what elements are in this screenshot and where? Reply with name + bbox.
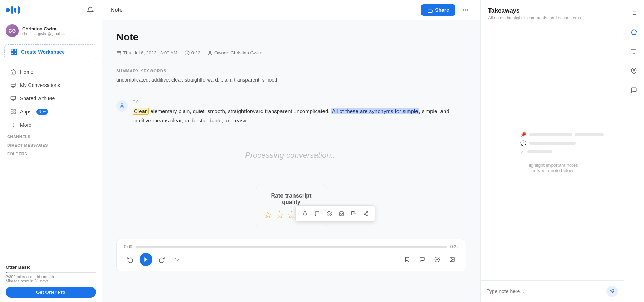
bookmark-button[interactable] <box>401 253 414 266</box>
plan-progress-fill <box>6 272 7 273</box>
page-title: Note <box>111 7 123 13</box>
play-icon <box>143 257 149 262</box>
side-location-button[interactable] <box>628 64 640 77</box>
main-content: Note Share Note Thu, Jul 6, 2023 . 3:09 … <box>102 0 480 302</box>
lock-icon <box>427 7 433 13</box>
toolbar-pin-button[interactable] <box>299 208 311 219</box>
side-text-button[interactable] <box>628 45 640 58</box>
list-icon <box>631 10 637 16</box>
takeaways-title: Takeaways <box>488 7 616 14</box>
svg-point-37 <box>366 215 368 216</box>
placeholder-row-2: 💬 <box>520 140 576 146</box>
player-comment-button[interactable] <box>416 253 429 266</box>
placeholder-lines: 📌 💬 ✓ <box>520 132 585 155</box>
logo-bar3 <box>18 6 20 14</box>
play-button[interactable] <box>140 253 152 266</box>
sidebar-item-shared[interactable]: Shared with Me <box>3 92 99 105</box>
message-square-icon <box>631 87 637 93</box>
player-image-icon <box>449 257 455 262</box>
ph-line-2 <box>575 133 604 136</box>
apps-badge: New <box>36 109 48 115</box>
ph-line-4 <box>527 150 552 153</box>
sidebar-item-home[interactable]: Home <box>3 65 99 78</box>
svg-rect-18 <box>428 10 432 12</box>
toolbar-copy-button[interactable] <box>348 208 359 219</box>
svg-point-20 <box>465 9 466 10</box>
notification-button[interactable] <box>84 4 96 16</box>
note-date: Thu, Jul 6, 2023 . 3:09 AM <box>116 50 177 55</box>
star-3[interactable]: ☆ <box>287 209 296 221</box>
forward-button[interactable] <box>155 253 168 266</box>
sidebar-header <box>0 0 102 20</box>
note-date-text: Thu, Jul 6, 2023 . 3:09 AM <box>123 50 177 55</box>
logo-shape <box>6 5 27 15</box>
toolbar-share-button[interactable] <box>360 208 371 219</box>
main-header: Note Share <box>102 0 480 20</box>
direct-messages-section: DIRECT MESSAGES <box>0 140 102 149</box>
more-options-button[interactable] <box>459 4 472 16</box>
more-label: More <box>20 122 31 128</box>
avatar-initials: CG <box>9 28 16 34</box>
share-button[interactable]: Share <box>421 4 455 16</box>
transcript-text[interactable]: Clean elementary plain, quiet, smooth, s… <box>133 107 466 125</box>
note-owner: Owner: Christina Gwira <box>208 50 262 55</box>
user-icon <box>119 103 125 109</box>
home-label: Home <box>20 69 33 75</box>
toolbar-comment-button[interactable] <box>311 208 323 219</box>
star-1[interactable]: ☆ <box>263 209 272 221</box>
speed-button[interactable]: 1x <box>171 255 183 264</box>
header-actions: Share <box>421 4 472 16</box>
share-label: Share <box>435 7 449 13</box>
avatar: CG <box>6 24 19 37</box>
sidebar-item-more[interactable]: More <box>3 118 99 131</box>
progress-bar[interactable] <box>136 246 447 248</box>
ph-line-3 <box>529 142 576 145</box>
upgrade-button[interactable]: Get Otter Pro <box>6 287 96 298</box>
svg-point-42 <box>451 258 452 259</box>
note-title: Note <box>116 31 466 43</box>
right-panel-body: 📌 💬 ✓ Highlight important notesor type a… <box>481 24 624 280</box>
star-2[interactable]: ☆ <box>275 209 284 221</box>
create-workspace-button[interactable]: Create Workspace <box>4 44 97 59</box>
svg-rect-13 <box>11 112 13 114</box>
note-input[interactable] <box>487 288 604 294</box>
player-controls: 1x <box>124 253 459 266</box>
apps-label: Apps <box>20 109 31 115</box>
time-start: 0:00 <box>124 244 132 249</box>
forward-icon <box>158 256 165 263</box>
summary-keywords: uncomplicated, additive, clear, straight… <box>116 76 466 84</box>
side-list-button[interactable] <box>628 6 640 19</box>
sidebar-item-apps[interactable]: Apps New <box>3 105 99 118</box>
player-check-icon <box>434 257 440 262</box>
side-gem-button[interactable] <box>628 26 640 39</box>
player-check-button[interactable] <box>431 253 444 266</box>
type-icon <box>631 48 637 55</box>
right-panel-footer <box>481 280 624 302</box>
logo-bar2 <box>14 8 16 13</box>
svg-point-16 <box>13 125 13 125</box>
sidebar-nav: Home My Conversations Shared with Me App… <box>0 62 102 260</box>
pin-placeholder-icon: 📌 <box>520 132 526 137</box>
time-end: 0:22 <box>450 244 459 249</box>
toolbar-check-button[interactable] <box>323 208 335 219</box>
summary-label: SUMMARY KEYWORDS <box>116 69 466 73</box>
svg-rect-3 <box>15 53 17 55</box>
toolbar-image-button[interactable] <box>336 208 347 219</box>
placeholder-hint-text: Highlight important notesor type a note … <box>527 162 578 173</box>
svg-rect-1 <box>15 49 17 52</box>
placeholder-row-3: ✓ <box>520 149 552 155</box>
svg-marker-40 <box>144 257 147 262</box>
side-chat-button[interactable] <box>628 84 640 97</box>
channels-section: CHANNELS <box>0 132 102 140</box>
send-note-button[interactable] <box>606 286 618 297</box>
comment-placeholder-icon: 💬 <box>520 140 526 146</box>
user-profile[interactable]: CG Christina Gwira christina.gwira@gmail… <box>0 20 102 42</box>
svg-rect-34 <box>353 213 356 216</box>
shared-label: Shared with Me <box>20 96 55 101</box>
bookmark-icon <box>404 257 410 262</box>
sidebar-item-my-conversations[interactable]: My Conversations <box>3 79 99 92</box>
more-icon <box>10 122 16 128</box>
player-image-button[interactable] <box>446 253 459 266</box>
rewind-button[interactable] <box>124 253 137 266</box>
svg-point-35 <box>366 211 368 213</box>
